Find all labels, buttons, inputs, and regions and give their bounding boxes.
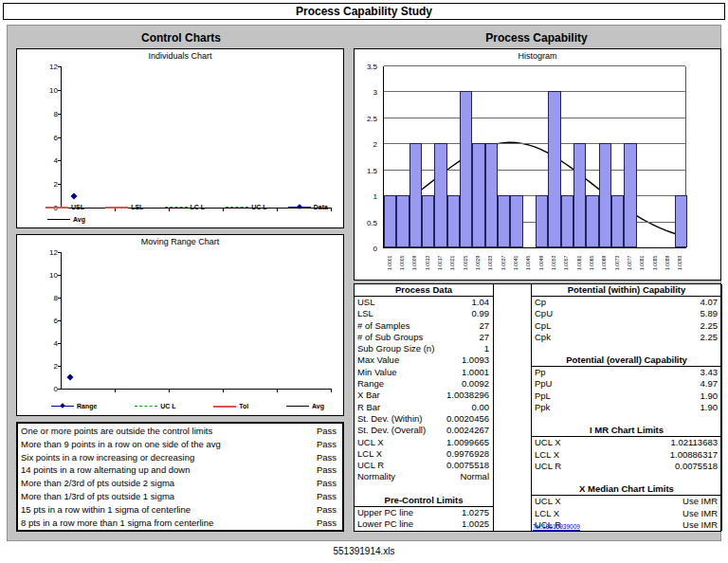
moving-range-chart-legend: RangeUC LTolAvg <box>51 403 330 409</box>
stat-label: Pp <box>535 367 546 378</box>
table-row: R Bar0.00 <box>355 402 493 413</box>
stat-label: R Bar <box>357 402 380 413</box>
table-row: Min Value1.0001 <box>355 367 493 378</box>
gridline <box>384 118 685 118</box>
legend-line-sample <box>286 406 309 407</box>
individuals-chart-legend: USLLSLLC LUC LData <box>46 204 334 210</box>
legend-item: Avg <box>286 403 324 409</box>
stat-value: 2.25 <box>701 332 719 343</box>
stat-value: 0.0092 <box>462 378 489 390</box>
histogram-x-tick-label: 1.0057 <box>564 249 569 270</box>
gridline <box>384 91 685 92</box>
histogram-y-tick-label: 2.5 <box>367 114 377 122</box>
histogram-x-tick-label: 1.0021 <box>450 249 455 270</box>
table-row: Max Value1.0093 <box>355 354 493 366</box>
page-title: Process Capability Study <box>3 3 725 20</box>
histogram-bar <box>624 143 636 247</box>
legend-label: USL <box>71 204 84 210</box>
table-row: Upper PC line1.0275 <box>355 507 493 518</box>
table-row: Cp4.07 <box>532 297 721 308</box>
test-label: More than 1/3rd of pts outside 1 sigma <box>21 490 174 503</box>
stat-label: Cpk <box>535 332 551 343</box>
stat-label: UCL R <box>357 460 384 471</box>
stat-label: Upper PC line <box>357 507 413 518</box>
table-row: USL1.04 <box>355 297 493 308</box>
process-capability-header: Process Capability <box>352 31 721 45</box>
histogram-y-tick-label: 2 <box>373 140 377 149</box>
stat-label: CpL <box>535 320 551 332</box>
test-result: Pass <box>317 517 337 530</box>
test-label: One or more points are outside the contr… <box>21 425 212 438</box>
table-row: Ppk1.90 <box>532 402 721 413</box>
stat-label: Min Value <box>357 367 397 378</box>
legend-item: UC L <box>226 204 266 210</box>
table-row: UCL R0.0075518 <box>355 460 493 471</box>
table-row: UCL X1.02113683 <box>532 437 721 448</box>
stat-value: 1.00886317 <box>670 449 718 461</box>
imr-limits-header: I MR Chart Limits <box>532 425 721 437</box>
test-row: One or more points are outside the contr… <box>18 425 342 438</box>
stat-value: 1 <box>484 343 489 354</box>
statistics-tables: Process Data USL1.04LSL0.99# of Samples2… <box>354 283 721 532</box>
legend-line-sample <box>47 219 70 220</box>
histogram-y-tick-label: 3 <box>373 88 377 97</box>
legend-item: Range <box>51 403 97 409</box>
histogram-x-tick-label: 1.0029 <box>476 249 481 270</box>
y-axis-tick <box>58 298 62 299</box>
legend-label: Avg <box>73 216 85 223</box>
stat-value: 1.04 <box>472 297 490 308</box>
stat-value: 1.90 <box>701 402 719 413</box>
histogram-y-tick-label: 1.5 <box>367 166 377 174</box>
histogram-x-tick-label: 1.0017 <box>438 249 443 270</box>
test-row: 8 pts in a row more than 1 sigma from ce… <box>18 517 342 530</box>
y-axis-tick-label: 12 <box>49 63 58 71</box>
table-row: # of Sub Groups27 <box>355 332 493 343</box>
test-result: Pass <box>317 425 337 438</box>
moving-range-chart-title: Moving Range Chart <box>17 237 343 246</box>
overall-capability-header: Potential (overall) Capability <box>532 354 721 367</box>
table-row: LCL XUse IMR <box>532 508 721 519</box>
stat-label: # of Sub Groups <box>357 332 423 343</box>
stat-label: CpU <box>535 308 553 319</box>
histogram-x-tick-label: 1.0069 <box>602 249 607 270</box>
histogram-bar <box>460 91 472 247</box>
histogram-bar <box>548 91 560 247</box>
legend-item: LSL <box>105 204 143 210</box>
y-axis-tick <box>58 137 62 138</box>
stat-value: Use IMR <box>682 519 718 531</box>
stat-label: UCL R <box>535 461 561 472</box>
histogram-title: Histogram <box>355 51 720 61</box>
table-row: NormalityNormal <box>355 471 493 482</box>
histogram-x-tick-label: 1.0037 <box>501 249 506 270</box>
y-axis-tick <box>58 343 62 344</box>
legend-line-sample <box>51 406 74 407</box>
table-row: CpL2.25 <box>532 320 721 332</box>
stat-label: St. Dev. (Overall) <box>357 425 426 436</box>
stat-value: 1.0099665 <box>446 437 489 448</box>
stat-value: 1.02113683 <box>671 437 719 448</box>
legend-item: USL <box>46 204 84 210</box>
histogram-bar <box>573 143 586 247</box>
stat-label: USL <box>357 297 374 308</box>
stat-label: Ppk <box>535 402 550 413</box>
test-row: More than 2/3rd of pts outside 2 sigmaPa… <box>18 477 342 490</box>
legend-line-sample <box>213 406 236 408</box>
stat-value: 0.0020456 <box>446 413 489 425</box>
individuals-chart-legend-row2: Avg <box>47 216 91 223</box>
table-row: Pp3.43 <box>532 367 721 378</box>
histogram-plot: 1.00011.00051.00091.00131.00171.00211.00… <box>383 66 686 248</box>
histogram-y-tick-label: 1 <box>373 192 377 201</box>
table-row: UCL XUse IMR <box>532 496 721 507</box>
stat-value: 0.99 <box>472 308 490 319</box>
process-data-rows: USL1.04LSL0.99# of Samples27# of Sub Gro… <box>355 297 493 483</box>
process-data-header: Process Data <box>355 284 493 297</box>
test-result: Pass <box>317 463 337 477</box>
stat-label: LCL X <box>535 508 559 519</box>
stat-label: PpU <box>535 378 552 390</box>
individuals-chart-title: Individuals Chart <box>17 51 343 61</box>
stat-value: 1.0025 <box>462 518 489 530</box>
phone-hyperlink[interactable]: Tel:18616939009 <box>533 523 580 530</box>
stat-label: Max Value <box>357 354 399 366</box>
table-row: LCL X0.9976928 <box>355 448 493 460</box>
control-charts-header: Control Charts <box>16 31 346 45</box>
